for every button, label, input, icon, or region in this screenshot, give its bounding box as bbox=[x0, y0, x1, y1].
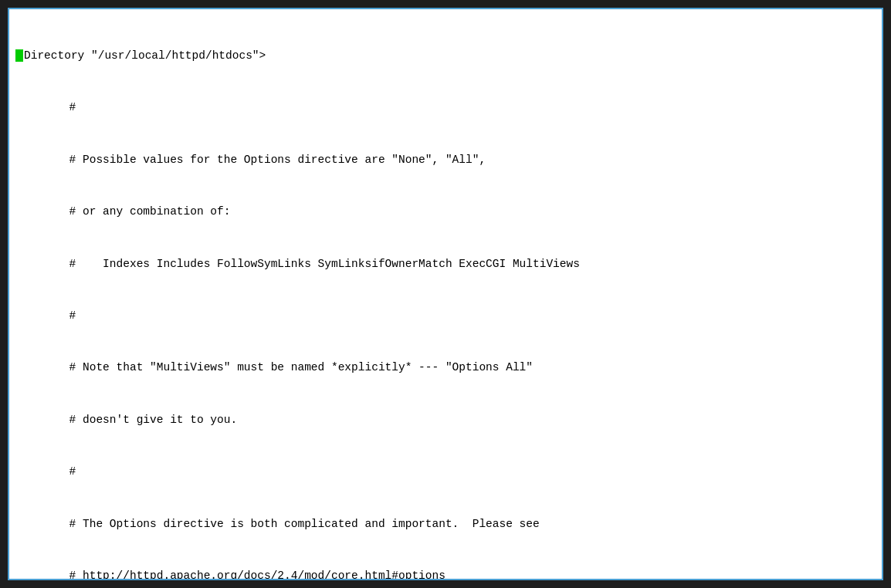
code-content: Directory "/usr/local/httpd/htdocs"> # #… bbox=[15, 12, 876, 579]
line-5: # Indexes Includes FollowSymLinks SymLin… bbox=[15, 255, 876, 272]
line-11: # http://httpd.apache.org/docs/2.4/mod/c… bbox=[15, 567, 876, 579]
line-6: # bbox=[15, 307, 876, 324]
code-scroll-area[interactable]: Directory "/usr/local/httpd/htdocs"> # #… bbox=[9, 9, 882, 579]
cursor bbox=[15, 49, 23, 62]
line-7: # Note that "MultiViews" must be named *… bbox=[15, 359, 876, 376]
line-10: # The Options directive is both complica… bbox=[15, 515, 876, 532]
line-3: # Possible values for the Options direct… bbox=[15, 151, 876, 168]
code-editor[interactable]: Directory "/usr/local/httpd/htdocs"> # #… bbox=[8, 8, 883, 580]
line-4: # or any combination of: bbox=[15, 203, 876, 220]
line-2: # bbox=[15, 99, 876, 116]
line-9: # bbox=[15, 463, 876, 480]
line-8: # doesn't give it to you. bbox=[15, 411, 876, 428]
line-1: Directory "/usr/local/httpd/htdocs"> bbox=[15, 47, 876, 64]
